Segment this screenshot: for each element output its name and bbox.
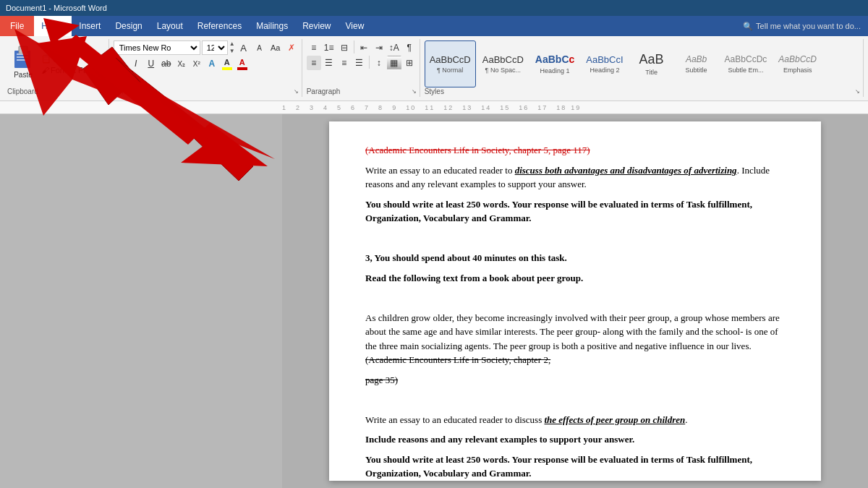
decrease-indent-button[interactable]: ⇤	[357, 40, 371, 55]
multilevel-list-button[interactable]: ⊟	[337, 40, 352, 55]
clipboard-label: Clipboard	[7, 87, 38, 95]
task-3-header: 3, You should spend about 40 minutes on …	[365, 251, 785, 265]
menu-mailings[interactable]: Mailings	[249, 16, 295, 36]
font-grow-button[interactable]: A	[237, 40, 251, 55]
prompt-1: Write an essay to an educated reader to …	[365, 163, 785, 192]
title-bar: Document1 - Microsoft Word	[0, 0, 868, 16]
font-group-label: Font	[114, 87, 128, 95]
font-name-select[interactable]: Times New Ro	[114, 40, 200, 55]
paragraph-expand-icon[interactable]: ↘	[412, 88, 417, 95]
menu-design[interactable]: Design	[108, 16, 149, 36]
align-right-button[interactable]: ≡	[337, 56, 352, 70]
spacer-2	[365, 291, 785, 305]
superscript-button[interactable]: X²	[190, 56, 204, 71]
task-3-subheader: Read the following text from a book abou…	[365, 271, 785, 286]
justify-button[interactable]: ☰	[352, 56, 367, 70]
style-emphasis[interactable]: AaBbCcD Emphasis	[773, 40, 822, 87]
page-container[interactable]: (Academic Encounters Life in Society, ch…	[282, 114, 868, 488]
align-left-button[interactable]: ≡	[307, 56, 321, 70]
bullet-list-button[interactable]: ≡	[307, 40, 321, 55]
text-effects-button[interactable]: A	[205, 56, 219, 71]
clear-formatting-button[interactable]: ✗	[284, 40, 299, 55]
font-size-up[interactable]: ▲	[229, 40, 235, 48]
subscript-button[interactable]: X₂	[174, 56, 189, 71]
styles-group-label: Styles	[425, 87, 444, 95]
align-center-button[interactable]: ☰	[322, 56, 336, 70]
peer-group-paragraph: As children grow older, they become incr…	[365, 311, 785, 367]
font-shrink-button[interactable]: A	[252, 40, 267, 55]
sort-button[interactable]: ↕A	[387, 40, 401, 55]
left-sidebar	[0, 114, 282, 488]
font-color-button[interactable]: A	[235, 56, 250, 71]
prompt-2-line2: Include reasons and any relevant example…	[365, 432, 785, 447]
styles-expand-icon[interactable]: ↘	[855, 88, 860, 95]
menu-home[interactable]: Home	[34, 16, 72, 36]
style-subtitle[interactable]: AaBb Subtitle	[675, 40, 718, 87]
style-title[interactable]: AaB Title	[630, 40, 673, 87]
clipboard-group: Paste ✂Cut 📋Copy 🖌Format Painter Clipboa…	[4, 39, 109, 97]
clipboard-expand-icon[interactable]: ↘	[101, 88, 106, 95]
svg-rect-2	[17, 53, 28, 55]
italic-button[interactable]: I	[129, 56, 143, 71]
cut-button[interactable]: ✂Cut	[39, 42, 106, 53]
change-case-button[interactable]: Aa	[268, 40, 283, 55]
menu-insert[interactable]: Insert	[72, 16, 108, 36]
shading-button[interactable]: ▦	[387, 56, 401, 70]
svg-rect-3	[17, 56, 28, 58]
ruler: 12 34 56 78 910 1112 1314 1516 1718 19	[0, 101, 868, 114]
menu-references[interactable]: References	[190, 16, 249, 36]
title-text: Document1 - Microsoft Word	[6, 4, 107, 12]
document-area: (Academic Encounters Life in Society, ch…	[0, 114, 868, 488]
svg-rect-4	[17, 59, 25, 61]
font-expand-icon[interactable]: ↘	[294, 88, 299, 95]
spacer-3	[365, 393, 785, 407]
increase-indent-button[interactable]: ⇥	[372, 40, 386, 55]
borders-button[interactable]: ⊞	[402, 56, 417, 70]
show-formatting-button[interactable]: ¶	[402, 40, 417, 55]
text-highlight-button[interactable]: A	[220, 56, 234, 71]
styles-group: AaBbCcD ¶ Normal AaBbCcD ¶ No Spac... Aa…	[422, 39, 864, 97]
menu-search[interactable]: 🔍 Tell me what you want to do...	[736, 16, 868, 36]
document-page[interactable]: (Academic Encounters Life in Society, ch…	[329, 121, 821, 481]
prompt-2-line3: You should write at least 250 words. You…	[365, 453, 785, 481]
citation-top: (Academic Encounters Life in Society, ch…	[365, 143, 785, 158]
strikethrough-button[interactable]: ab	[159, 56, 174, 71]
svg-rect-1	[19, 46, 27, 53]
paragraph-group: ≡ 1≡ ⊟ ⇤ ⇥ ↕A ¶ ≡ ☰ ≡ ☰ ↕ ▦ ⊞ Paragraph …	[304, 39, 420, 97]
prompt-2: Write an essay to an educated reader to …	[365, 413, 785, 427]
spacer-1	[365, 231, 785, 246]
ribbon: Paste ✂Cut 📋Copy 🖌Format Painter Clipboa…	[0, 36, 868, 101]
font-group: Times New Ro 12 ▲ ▼ A A Aa ✗ B I U ab X₂…	[111, 39, 302, 97]
paste-button[interactable]: Paste	[7, 40, 39, 82]
numbered-list-button[interactable]: 1≡	[322, 40, 336, 55]
style-subtle-emphasis[interactable]: AaBbCcDc Subtle Em...	[720, 40, 773, 87]
paragraph-group-label: Paragraph	[307, 87, 341, 95]
menu-review[interactable]: Review	[295, 16, 338, 36]
menu-view[interactable]: View	[339, 16, 372, 36]
font-size-select[interactable]: 12	[202, 40, 228, 55]
prompt-1-instructions: You should write at least 250 words. You…	[365, 197, 785, 226]
style-no-spacing[interactable]: AaBbCcD ¶ No Spac...	[477, 40, 529, 87]
line-spacing-button[interactable]: ↕	[372, 56, 386, 70]
style-normal[interactable]: AaBbCcD ¶ Normal	[425, 40, 476, 87]
format-painter-button[interactable]: 🖌Format Painter	[39, 65, 106, 75]
menu-bar: File Home Insert Design Layout Reference…	[0, 16, 868, 36]
style-heading1[interactable]: AaBbCc Heading 1	[530, 40, 579, 87]
style-heading2[interactable]: AaBbCcI Heading 2	[581, 40, 628, 87]
clipboard-small-buttons: ✂Cut 📋Copy 🖌Format Painter	[39, 42, 106, 75]
menu-layout[interactable]: Layout	[150, 16, 190, 36]
peer-group-citation: page 35)	[365, 373, 785, 388]
underline-button[interactable]: U	[144, 56, 158, 71]
copy-button[interactable]: 📋Copy	[39, 53, 106, 64]
font-size-down[interactable]: ▼	[229, 48, 235, 55]
bold-button[interactable]: B	[114, 56, 128, 71]
menu-file[interactable]: File	[0, 16, 34, 36]
